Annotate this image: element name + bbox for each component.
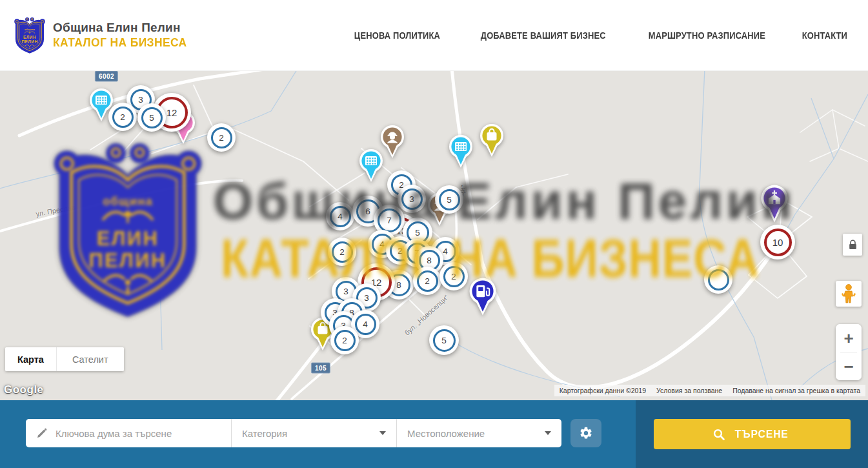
cluster-count: 5 bbox=[433, 329, 456, 352]
map-cluster[interactable]: 5 bbox=[429, 325, 459, 355]
cluster-count: 3 bbox=[401, 188, 423, 210]
page: община ЕЛИН ПЕЛИН Община Елин Пелин КАТА… bbox=[0, 0, 868, 468]
map-cluster[interactable]: 5 bbox=[137, 103, 166, 132]
map-cluster[interactable]: 2 bbox=[413, 267, 441, 295]
map-cluster[interactable]: 5 bbox=[435, 185, 463, 214]
cluster-count: 4 bbox=[355, 314, 376, 335]
map-pin-worker[interactable] bbox=[378, 123, 407, 159]
zoom-control: + − bbox=[836, 324, 862, 380]
cluster-count: 10 bbox=[764, 229, 792, 256]
map-pin-fuel[interactable] bbox=[467, 276, 499, 317]
advanced-search-gear-button[interactable] bbox=[570, 419, 601, 447]
category-value: Категория bbox=[242, 428, 287, 439]
brand-logo[interactable]: община ЕЛИН ПЕЛИН Община Елин Пелин КАТА… bbox=[14, 16, 191, 55]
svg-text:ПЕЛИН: ПЕЛИН bbox=[21, 39, 37, 44]
cluster-count: 4 bbox=[330, 206, 351, 227]
search-icon bbox=[713, 429, 725, 440]
map-cluster[interactable]: 10 bbox=[760, 225, 795, 259]
keyword-field bbox=[26, 419, 231, 447]
search-bar-right-panel: ТЪРСЕНЕ bbox=[636, 400, 868, 468]
main-nav: ЦЕНОВА ПОЛИТИКА ДОБАВЕТЕ ВАШИЯТ БИЗНЕС М… bbox=[347, 30, 851, 41]
map-type-control: Карта Сателит bbox=[5, 347, 124, 371]
municipality-crest-icon: община ЕЛИН ПЕЛИН bbox=[14, 16, 45, 55]
search-submit-button[interactable]: ТЪРСЕНЕ bbox=[654, 419, 851, 449]
nav-item-add-business[interactable]: ДОБАВЕТЕ ВАШИЯТ БИЗНЕС bbox=[470, 30, 616, 41]
street-view-pegman-button[interactable] bbox=[836, 281, 862, 307]
zoom-in-button[interactable]: + bbox=[836, 324, 862, 352]
map-cluster[interactable] bbox=[704, 265, 732, 294]
lock-button[interactable] bbox=[843, 234, 862, 256]
cluster-count: 2 bbox=[334, 330, 356, 351]
cluster-count: 5 bbox=[439, 189, 460, 210]
location-value: Местоположение bbox=[407, 428, 485, 439]
svg-text:община: община bbox=[25, 28, 35, 30]
map-pin-bag[interactable] bbox=[478, 122, 506, 158]
gear-icon bbox=[579, 426, 593, 440]
brand-subtitle: КАТАЛОГ НА БИЗНЕСА bbox=[53, 36, 187, 50]
search-submit-label: ТЪРСЕНЕ bbox=[734, 428, 788, 441]
header: община ЕЛИН ПЕЛИН Община Елин Пелин КАТА… bbox=[0, 0, 868, 71]
cluster-count: 2 bbox=[332, 241, 353, 263]
map-cluster[interactable]: 2 bbox=[108, 103, 137, 131]
search-controls: Категория Местоположение bbox=[26, 419, 601, 447]
map-type-satellite-button[interactable]: Сателит bbox=[56, 347, 124, 371]
cluster-count: 7 bbox=[378, 209, 401, 232]
chevron-down-icon bbox=[379, 431, 386, 435]
location-select[interactable]: Местоположение bbox=[396, 419, 561, 447]
cluster-count: 2 bbox=[112, 107, 134, 128]
nav-item-pricing[interactable]: ЦЕНОВА ПОЛИТИКА bbox=[347, 30, 447, 41]
pegman-icon bbox=[842, 284, 856, 303]
category-select[interactable]: Категория bbox=[231, 419, 396, 447]
lock-icon bbox=[849, 239, 857, 250]
map-cluster[interactable]: 2 bbox=[439, 262, 468, 290]
map-cluster[interactable]: 2 bbox=[328, 238, 356, 266]
map-pin-factory[interactable] bbox=[447, 133, 475, 169]
map-canvas[interactable]: 6002105 ул. Преславбул. „Новоселци“лци“ bbox=[0, 71, 868, 400]
zoom-out-button[interactable]: − bbox=[836, 352, 862, 380]
cluster-count: 2 bbox=[443, 266, 465, 287]
markers-layer: 321252235461375242748812223338342510 bbox=[0, 71, 868, 400]
map-type-map-button[interactable]: Карта bbox=[5, 347, 56, 371]
attribution-terms-link[interactable]: Условия за ползване bbox=[656, 387, 722, 394]
nav-item-route-schedule[interactable]: МАРШРУТНО РАЗПИСАНИЕ bbox=[639, 30, 775, 41]
attribution-data: Картографски данни ©2019 bbox=[560, 387, 646, 394]
search-fields: Категория Местоположение bbox=[26, 419, 561, 447]
cluster-count: 5 bbox=[141, 107, 163, 128]
nav-item-contacts[interactable]: КОНТАКТИ bbox=[798, 30, 851, 41]
map-cluster[interactable]: 3 bbox=[398, 185, 426, 213]
svg-text:ЕЛИН: ЕЛИН bbox=[23, 34, 36, 39]
map-cluster[interactable]: 4 bbox=[326, 202, 354, 230]
keyword-input[interactable] bbox=[56, 428, 223, 439]
cluster-count bbox=[708, 269, 729, 290]
map-cluster[interactable]: 2 bbox=[330, 326, 359, 354]
chevron-down-icon bbox=[545, 431, 551, 435]
map-pin-church[interactable] bbox=[758, 183, 791, 224]
google-logo[interactable]: Google bbox=[4, 383, 44, 396]
cluster-count: 2 bbox=[417, 270, 438, 292]
search-bar: ТЪРСЕНЕ Категория Местоположение bbox=[0, 400, 868, 468]
map-attribution: Картографски данни ©2019 Условия за полз… bbox=[554, 385, 865, 396]
pencil-icon bbox=[36, 427, 48, 439]
cluster-count: 2 bbox=[211, 127, 232, 148]
brand-title: Община Елин Пелин bbox=[53, 21, 191, 35]
attribution-report-link[interactable]: Подаване на сигнал за грешка в картата bbox=[732, 387, 860, 394]
map-cluster[interactable]: 2 bbox=[207, 123, 236, 152]
